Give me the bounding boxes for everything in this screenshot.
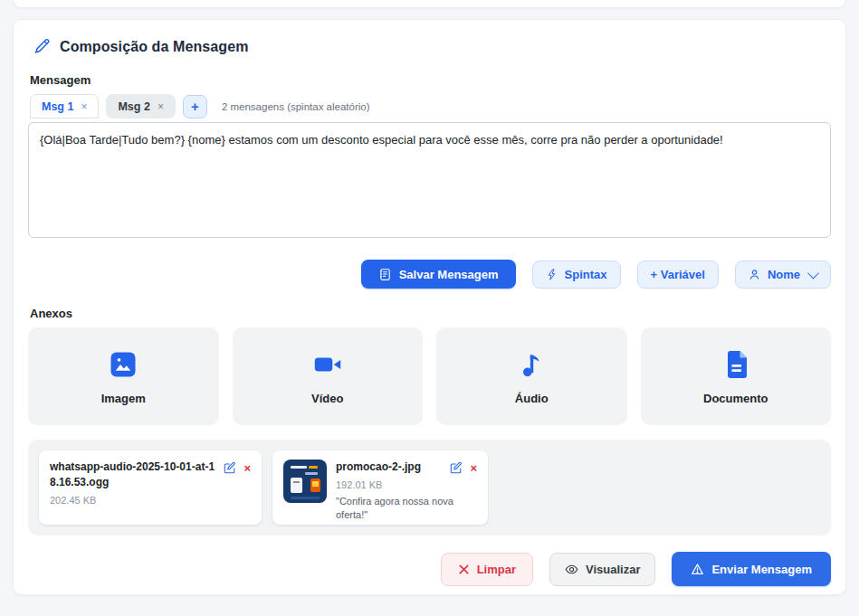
name-label: Nome [768,268,800,281]
file-image-name: promocao-2-.jpg [336,460,443,475]
preview-label: Visualizar [586,563,640,576]
tab-msg-1-label: Msg 1 [42,100,73,113]
x-icon [458,564,470,575]
journal-text-icon [378,268,392,281]
attach-image-label: Imagem [101,392,146,405]
attach-audio-label: Áudio [515,392,549,405]
person-icon [749,269,760,280]
attach-document-card[interactable]: Documento [641,327,832,425]
messages-count-helper: 2 mensagens (spintax aleatório) [222,101,370,112]
attach-video-card[interactable]: Vídeo [233,327,424,425]
card-header: Composição da Mensagem [33,38,831,55]
tab-msg-2-label: Msg 2 [118,100,149,113]
attach-audio-card[interactable]: Áudio [436,327,627,425]
pencil-icon [33,38,51,55]
remove-file-icon[interactable]: × [470,462,477,474]
file-audio-name: whatsapp-audio-2025-10-01-at-18.16.53.og… [50,460,216,490]
image-icon [107,348,139,381]
music-note-icon [515,348,548,381]
edit-caption-icon[interactable] [450,461,463,474]
warning-triangle-icon [691,563,704,576]
message-actions-row: Salvar Mensagem Spintax + Variável Nome [28,260,831,289]
document-icon [720,348,752,381]
save-message-label: Salvar Mensagem [399,268,499,281]
name-dropdown-button[interactable]: Nome [735,261,831,289]
file-audio-size: 202.45 KB [50,495,251,506]
previous-card-bottom-edge [13,0,846,8]
page-title: Composição da Mensagem [60,39,248,55]
attachment-type-grid: Imagem Vídeo Áudio [28,327,831,425]
spintax-button[interactable]: Spintax [532,261,621,289]
tab-msg-2-close-icon[interactable]: × [157,100,164,113]
file-image-size: 192.01 KB [336,479,477,490]
attach-document-label: Documento [703,392,768,405]
file-audio-info: whatsapp-audio-2025-10-01-at-18.16.53.og… [50,460,251,516]
preview-button[interactable]: Visualizar [549,553,655,586]
tab-msg-1[interactable]: Msg 1 × [30,94,99,118]
footer-actions-row: Limpar Visualizar Enviar Mensagem [28,552,831,586]
variable-label: + Variável [651,268,705,281]
attached-files-panel: whatsapp-audio-2025-10-01-at-18.16.53.og… [28,440,831,535]
plus-icon: + [191,99,199,114]
message-section-label: Mensagem [30,73,831,87]
attach-image-card[interactable]: Imagem [28,327,219,425]
add-message-button[interactable]: + [183,95,207,118]
lightning-icon [546,269,558,280]
video-camera-icon [311,348,344,381]
tab-msg-2[interactable]: Msg 2 × [106,94,175,118]
clear-button[interactable]: Limpar [441,553,533,586]
file-card-audio: whatsapp-audio-2025-10-01-at-18.16.53.og… [39,450,262,525]
tab-msg-1-close-icon[interactable]: × [81,100,87,113]
attach-video-label: Vídeo [311,392,343,405]
save-message-button[interactable]: Salvar Mensagem [361,260,516,289]
eye-icon [565,563,578,576]
chevron-down-icon [807,267,819,279]
edit-caption-icon[interactable] [224,461,236,474]
message-textarea[interactable]: {Olá|Boa Tarde|Tudo bem?} {nome} estamos… [28,122,831,238]
file-image-info: promocao-2-.jpg × 192.01 KB "Confira ago… [336,460,477,516]
file-image-thumbnail[interactable] [283,460,327,503]
remove-file-icon[interactable]: × [243,462,251,474]
message-tabs: Msg 1 × Msg 2 × + 2 mensagens (spintax a… [30,94,829,118]
spintax-label: Spintax [565,268,607,281]
attachments-section-label: Anexos [30,307,831,320]
file-image-caption: "Confira agora nossa nova oferta!" [336,495,477,522]
send-message-button[interactable]: Enviar Mensagem [672,552,831,586]
message-composition-card: Composição da Mensagem Mensagem Msg 1 × … [13,19,846,595]
file-card-image: promocao-2-.jpg × 192.01 KB "Confira ago… [272,450,488,525]
clear-label: Limpar [477,563,516,576]
variable-button[interactable]: + Variável [637,261,719,289]
send-label: Enviar Mensagem [711,563,812,576]
